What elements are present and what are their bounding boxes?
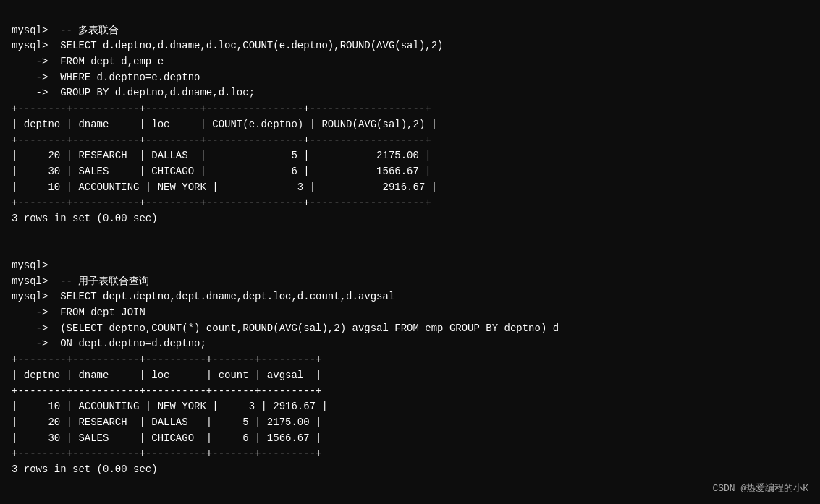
table-row-2: | 30 | SALES | CHICAGO | 6 | 1566.67 |	[12, 166, 431, 177]
table2-row-3: | 30 | SALES | CHICAGO | 6 | 1566.67 |	[12, 432, 321, 444]
table2-header: | deptno | dname | loc | count | avgsal …	[12, 370, 321, 381]
watermark: CSDN @热爱编程的小K	[712, 482, 808, 496]
line-mysql-blank: mysql>	[12, 260, 48, 271]
table-border-3: +--------+-----------+---------+--------…	[12, 197, 431, 208]
table2-border-3: +--------+-----------+----------+-------…	[12, 448, 321, 459]
line-2: mysql> SELECT d.deptno,d.dname,d.loc,COU…	[12, 40, 444, 51]
table2-row-2: | 20 | RESEARCH | DALLAS | 5 | 2175.00 |	[12, 417, 321, 428]
line-5: -> GROUP BY d.deptno,d.dname,d.loc;	[12, 87, 255, 98]
line-3: -> FROM dept d,emp e	[12, 56, 164, 67]
terminal-output: mysql> -- 多表联合 mysql> SELECT d.deptno,d.…	[12, 7, 808, 478]
table-border-2: +--------+-----------+---------+--------…	[12, 134, 431, 146]
table-header-1: | deptno | dname | loc | COUNT(e.deptno)…	[12, 119, 437, 130]
line-subquery: -> (SELECT deptno,COUNT(*) count,ROUND(A…	[12, 323, 559, 334]
table-border-1: +--------+-----------+---------+--------…	[12, 103, 431, 114]
line-4: -> WHERE d.deptno=e.deptno	[12, 72, 200, 83]
table-row-1: | 20 | RESEARCH | DALLAS | 5 | 2175.00 |	[12, 150, 431, 161]
line-select-2: mysql> SELECT dept.deptno,dept.dname,dep…	[12, 291, 394, 302]
table2-row-1: | 10 | ACCOUNTING | NEW YORK | 3 | 2916.…	[12, 401, 328, 412]
table2-border-1: +--------+-----------+----------+-------…	[12, 354, 321, 365]
line-on: -> ON dept.deptno=d.deptno;	[12, 338, 206, 349]
result-1: 3 rows in set (0.00 sec)	[12, 213, 158, 224]
line-comment-2: mysql> -- 用子表联合查询	[12, 276, 149, 287]
table2-border-2: +--------+-----------+----------+-------…	[12, 385, 321, 397]
table-row-3: | 10 | ACCOUNTING | NEW YORK | 3 | 2916.…	[12, 181, 437, 193]
result-2: 3 rows in set (0.00 sec)	[12, 464, 158, 475]
line-from: -> FROM dept JOIN	[12, 307, 145, 318]
line-1: mysql> -- 多表联合	[12, 25, 119, 36]
